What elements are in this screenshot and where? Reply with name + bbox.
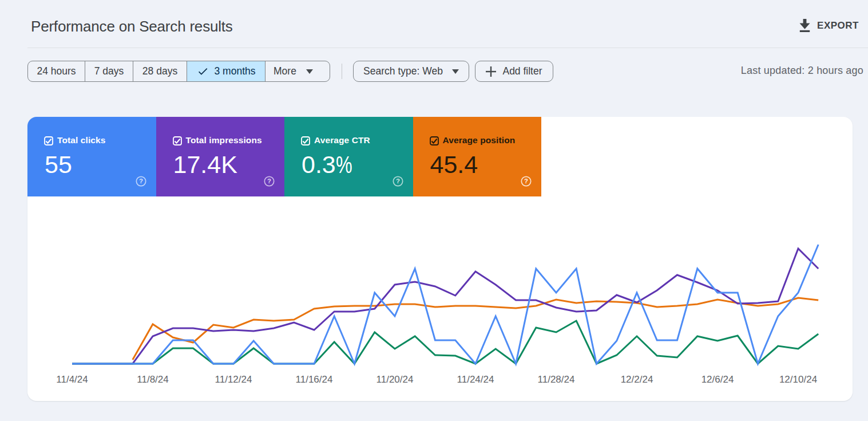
- svg-text:12/2/24: 12/2/24: [621, 374, 653, 385]
- svg-text:12/6/24: 12/6/24: [701, 374, 734, 385]
- svg-text:11/16/24: 11/16/24: [296, 374, 333, 385]
- svg-text:?: ?: [267, 178, 271, 184]
- svg-text:12/10/24: 12/10/24: [779, 374, 817, 385]
- svg-text:11/4/24: 11/4/24: [56, 374, 88, 385]
- svg-text:11/20/24: 11/20/24: [376, 374, 414, 385]
- svg-text:11/24/24: 11/24/24: [457, 374, 494, 385]
- svg-text:11/12/24: 11/12/24: [215, 374, 252, 385]
- svg-text:?: ?: [524, 178, 528, 184]
- svg-text:11/8/24: 11/8/24: [137, 374, 168, 385]
- svg-text:?: ?: [139, 178, 143, 184]
- svg-text:?: ?: [396, 178, 400, 184]
- svg-text:11/28/24: 11/28/24: [538, 374, 575, 385]
